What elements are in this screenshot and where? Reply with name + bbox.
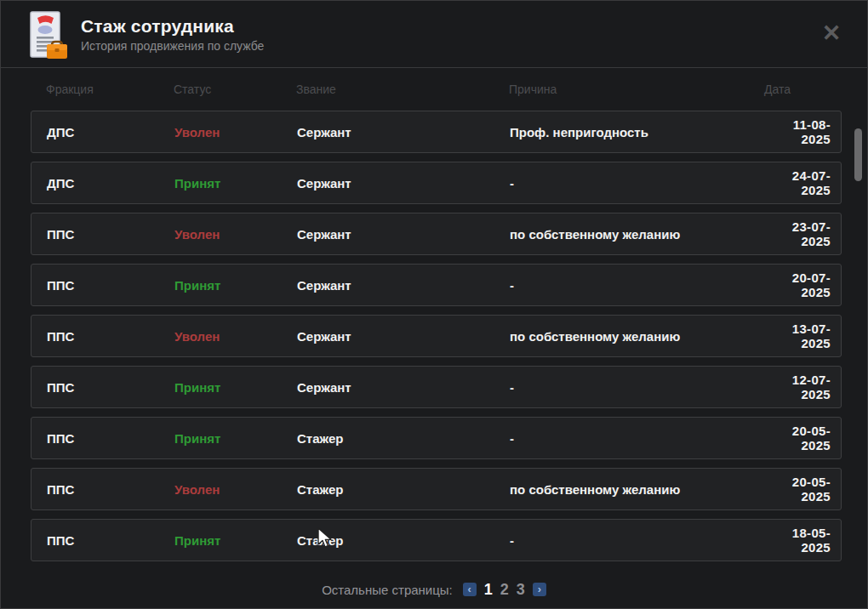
cell-reason: - bbox=[510, 278, 765, 293]
cell-status: Уволен bbox=[174, 125, 297, 139]
cell-rank: Сержант bbox=[297, 125, 510, 139]
cell-faction: ППС bbox=[47, 278, 174, 293]
cell-reason: - bbox=[510, 176, 765, 191]
cell-reason: - bbox=[510, 533, 765, 548]
pagination-label: Остальные страницы: bbox=[322, 583, 453, 597]
cell-date: 11-08-2025 bbox=[765, 117, 831, 146]
column-header-status: Статус bbox=[174, 83, 296, 96]
column-header-reason: Причина bbox=[509, 83, 764, 96]
prev-page-icon[interactable]: ‹ bbox=[463, 583, 477, 596]
close-icon[interactable]: ✕ bbox=[818, 20, 845, 47]
employee-history-modal: Стаж сотрудника История продвижения по с… bbox=[0, 0, 868, 609]
cell-rank: Сержант bbox=[297, 380, 510, 395]
cell-date: 18-05-2025 bbox=[765, 526, 831, 555]
cell-faction: ППС bbox=[47, 380, 174, 395]
cell-status: Принят bbox=[174, 176, 297, 191]
table-row: ППС Принят Стажер - 20-05-2025 bbox=[31, 417, 842, 459]
cell-faction: ДПС bbox=[47, 125, 174, 139]
cell-faction: ППС bbox=[47, 329, 174, 344]
cell-date: 20-05-2025 bbox=[765, 475, 831, 504]
column-header-rank: Звание bbox=[296, 83, 509, 96]
table-rows: ДПС Уволен Сержант Проф. непригодность 1… bbox=[31, 111, 842, 561]
page-title: Стаж сотрудника bbox=[81, 16, 264, 37]
cell-date: 12-07-2025 bbox=[765, 373, 831, 401]
table-row: ППС Принят Сержант - 12-07-2025 bbox=[31, 366, 842, 408]
cell-reason: Проф. непригодность bbox=[510, 125, 765, 139]
cell-rank: Сержант bbox=[297, 176, 510, 191]
pagination: Остальные страницы: ‹ 123 › bbox=[1, 582, 867, 597]
page-number-1[interactable]: 1 bbox=[484, 582, 493, 597]
table-header: Фракция Статус Звание Причина Дата bbox=[31, 68, 842, 111]
page-number-2[interactable]: 2 bbox=[500, 582, 509, 597]
table-row: ППС Принят Стажер - 18-05-2025 bbox=[31, 519, 842, 561]
cell-date: 20-07-2025 bbox=[765, 270, 831, 299]
table-row: ППС Принят Сержант - 20-07-2025 bbox=[31, 264, 842, 306]
next-page-icon[interactable]: › bbox=[533, 583, 546, 596]
cell-date: 20-05-2025 bbox=[765, 424, 831, 452]
cell-reason: по собственному желанию bbox=[510, 482, 765, 497]
header-titles: Стаж сотрудника История продвижения по с… bbox=[81, 16, 264, 53]
cell-date: 13-07-2025 bbox=[765, 322, 831, 350]
document-briefcase-icon bbox=[28, 9, 69, 62]
cell-status: Уволен bbox=[174, 329, 297, 344]
cell-rank: Сержант bbox=[297, 227, 510, 242]
cell-reason: - bbox=[510, 380, 765, 395]
cell-faction: ППС bbox=[47, 227, 174, 242]
cell-faction: ППС bbox=[47, 482, 174, 497]
cell-rank: Стажер bbox=[297, 533, 510, 548]
cell-status: Принят bbox=[174, 380, 297, 395]
cell-date: 24-07-2025 bbox=[765, 168, 831, 197]
cell-status: Принят bbox=[174, 533, 297, 548]
cell-reason: по собственному желанию bbox=[510, 329, 765, 344]
cell-rank: Сержант bbox=[297, 329, 510, 344]
cell-reason: по собственному желанию bbox=[510, 227, 765, 242]
cell-status: Уволен bbox=[174, 227, 297, 242]
cell-date: 23-07-2025 bbox=[765, 219, 831, 248]
column-header-date: Дата bbox=[764, 83, 831, 96]
cell-faction: ППС bbox=[47, 533, 174, 548]
cell-rank: Стажер bbox=[297, 431, 510, 446]
cell-status: Принят bbox=[174, 278, 297, 293]
cell-faction: ППС bbox=[47, 431, 174, 446]
page-subtitle: История продвижения по службе bbox=[81, 39, 264, 53]
table-row: ППС Уволен Сержант по собственному желан… bbox=[31, 315, 842, 357]
table-row: ДПС Уволен Сержант Проф. непригодность 1… bbox=[31, 111, 842, 153]
page-number-3[interactable]: 3 bbox=[517, 582, 525, 597]
cell-rank: Сержант bbox=[297, 278, 510, 293]
cell-status: Принят bbox=[174, 431, 297, 446]
cell-status: Уволен bbox=[174, 482, 297, 497]
table-row: ДПС Принят Сержант - 24-07-2025 bbox=[31, 162, 842, 204]
cell-rank: Стажер bbox=[297, 482, 510, 497]
cell-reason: - bbox=[510, 431, 765, 446]
table-row: ППС Уволен Стажер по собственному желани… bbox=[31, 468, 842, 510]
table-row: ППС Уволен Сержант по собственному желан… bbox=[31, 213, 842, 255]
page-numbers: 123 bbox=[484, 582, 525, 597]
column-header-faction: Фракция bbox=[46, 83, 174, 96]
cell-faction: ДПС bbox=[47, 176, 174, 191]
modal-header: Стаж сотрудника История продвижения по с… bbox=[1, 1, 867, 68]
scrollbar-thumb[interactable] bbox=[854, 128, 862, 181]
